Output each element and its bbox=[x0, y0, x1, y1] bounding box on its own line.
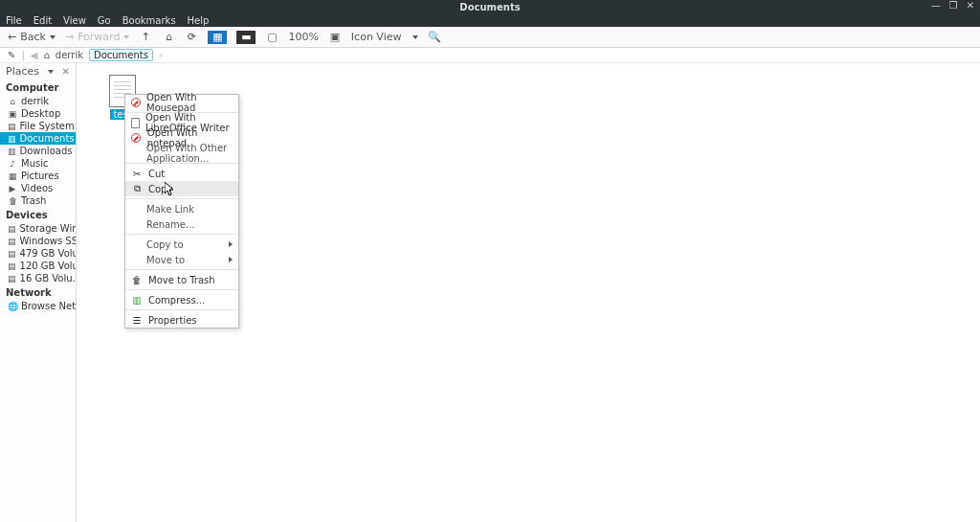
trash-icon: 🗑 bbox=[131, 274, 143, 285]
sidebar-title: Places bbox=[6, 65, 39, 78]
up-button[interactable]: ↑ bbox=[139, 31, 152, 44]
zoom-in-button[interactable]: ▣ bbox=[328, 31, 342, 44]
maximize-button[interactable]: ❐ bbox=[947, 0, 959, 11]
sidebar-item-documents[interactable]: ▥Documents bbox=[0, 132, 76, 145]
sidebar: Places ✕ Computer ⌂derrik ▣Desktop ▤File… bbox=[0, 63, 77, 522]
ctx-make-link[interactable]: Make Link bbox=[125, 201, 238, 216]
view-icons-button[interactable]: ▦ bbox=[208, 31, 227, 44]
forbid-icon bbox=[131, 132, 142, 144]
sidebar-item-music[interactable]: ♪Music bbox=[0, 157, 76, 170]
ctx-properties[interactable]: ☰Properties bbox=[125, 312, 238, 328]
copy-icon: ⧉ bbox=[131, 183, 143, 194]
menu-go[interactable]: Go bbox=[98, 15, 111, 26]
trash-icon: 🗑 bbox=[8, 196, 17, 206]
view-mode-dropdown[interactable]: Icon View bbox=[351, 31, 418, 43]
cut-icon: ✂ bbox=[131, 168, 143, 179]
ctx-copy-to[interactable]: Copy to bbox=[125, 237, 238, 252]
pictures-icon: ▦ bbox=[8, 171, 17, 181]
zoom-level[interactable]: 100% bbox=[288, 31, 318, 43]
disk-icon: ▤ bbox=[8, 274, 16, 284]
home-button[interactable]: ⌂ bbox=[162, 31, 175, 44]
sidebar-item-home[interactable]: ⌂derrik bbox=[0, 95, 76, 107]
edit-path-button[interactable]: ✎ bbox=[8, 50, 15, 60]
archive-icon: ▥ bbox=[131, 294, 143, 306]
location-bar: ✎ | ◀ ⌂ derrik Documents › bbox=[0, 48, 980, 63]
sidebar-group-network: Network bbox=[0, 284, 76, 300]
music-icon: ♪ bbox=[8, 159, 17, 169]
toolbar: ← Back → Forward ↑ ⌂ ⟳ ▦ ▬ ▢ 100% ▣ Icon… bbox=[0, 27, 980, 48]
ctx-copy[interactable]: ⧉Copy bbox=[125, 181, 238, 196]
disk-icon: ▤ bbox=[8, 224, 16, 234]
properties-icon: ☰ bbox=[131, 314, 143, 326]
ctx-move-to[interactable]: Move to bbox=[125, 252, 238, 267]
search-button[interactable]: 🔍 bbox=[428, 31, 441, 44]
path-root-icon[interactable]: ◀ bbox=[31, 50, 38, 60]
sidebar-item-trash[interactable]: 🗑Trash bbox=[0, 194, 76, 207]
window-title: Documents bbox=[459, 2, 520, 12]
menu-help[interactable]: Help bbox=[188, 15, 210, 26]
video-icon: ▶ bbox=[8, 184, 17, 193]
drive-icon: ▤ bbox=[8, 122, 16, 131]
sidebar-item-device[interactable]: ▤120 GB Volume bbox=[0, 260, 76, 272]
menu-file[interactable]: File bbox=[6, 15, 22, 26]
sidebar-item-downloads[interactable]: ▥Downloads bbox=[0, 145, 76, 157]
sidebar-item-filesystem[interactable]: ▤File System bbox=[0, 120, 76, 132]
ctx-open-mousepad[interactable]: Open With Mousepad bbox=[125, 95, 238, 110]
reload-button[interactable]: ⟳ bbox=[185, 31, 198, 44]
home-icon: ⌂ bbox=[8, 97, 17, 106]
menu-view[interactable]: View bbox=[63, 15, 86, 26]
sidebar-item-device[interactable]: ▤16 GB Volu...⏏ bbox=[0, 272, 76, 284]
back-button[interactable]: ← Back bbox=[8, 31, 56, 43]
sidebar-item-browse-network[interactable]: 🌐Browse Network bbox=[0, 300, 76, 312]
context-menu: Open With Mousepad Open With LibreOffice… bbox=[124, 94, 239, 329]
minimize-button[interactable]: — bbox=[930, 0, 942, 11]
breadcrumb-next-icon: › bbox=[159, 50, 163, 60]
close-button[interactable]: ✕ bbox=[965, 0, 976, 11]
sidebar-group-devices: Devices bbox=[0, 207, 76, 222]
ctx-rename[interactable]: Rename... bbox=[125, 216, 238, 232]
zoom-out-button[interactable]: ▢ bbox=[265, 31, 278, 44]
sidebar-item-videos[interactable]: ▶Videos bbox=[0, 182, 76, 194]
folder-icon: ▥ bbox=[8, 147, 16, 156]
document-icon bbox=[131, 117, 140, 128]
sidebar-dropdown-icon[interactable] bbox=[48, 70, 54, 74]
menu-bookmarks[interactable]: Bookmarks bbox=[122, 15, 176, 26]
ctx-cut[interactable]: ✂Cut bbox=[125, 166, 238, 181]
view-list-button[interactable]: ▬ bbox=[236, 31, 256, 44]
disk-icon: ▤ bbox=[8, 261, 16, 271]
sidebar-close-button[interactable]: ✕ bbox=[62, 66, 70, 77]
sidebar-item-device[interactable]: ▤Windows SSD sto... bbox=[0, 235, 76, 247]
sidebar-item-desktop[interactable]: ▣Desktop bbox=[0, 107, 76, 120]
menu-edit[interactable]: Edit bbox=[33, 15, 52, 26]
folder-icon: ▥ bbox=[8, 134, 16, 144]
sidebar-item-device[interactable]: ▤Storage Windows bbox=[0, 222, 76, 235]
ctx-move-to-trash[interactable]: 🗑Move to Trash bbox=[125, 272, 238, 287]
disk-icon: ▤ bbox=[8, 237, 16, 246]
sidebar-item-device[interactable]: ▤479 GB Volume bbox=[0, 247, 76, 260]
desktop-icon: ▣ bbox=[8, 109, 17, 119]
home-icon[interactable]: ⌂ bbox=[43, 50, 49, 60]
ctx-open-other[interactable]: Open With Other Application... bbox=[125, 146, 238, 161]
titlebar: Documents — ❐ ✕ bbox=[0, 0, 980, 13]
breadcrumb-user[interactable]: derrik bbox=[56, 50, 83, 60]
forbid-icon bbox=[131, 97, 141, 108]
ctx-compress[interactable]: ▥Compress... bbox=[125, 292, 238, 307]
menubar: File Edit View Go Bookmarks Help bbox=[0, 13, 980, 27]
forward-button[interactable]: → Forward bbox=[65, 31, 129, 43]
sidebar-group-computer: Computer bbox=[0, 79, 76, 95]
sidebar-item-pictures[interactable]: ▦Pictures bbox=[0, 170, 76, 182]
breadcrumb-current[interactable]: Documents bbox=[89, 49, 153, 61]
globe-icon: 🌐 bbox=[8, 302, 17, 311]
disk-icon: ▤ bbox=[8, 249, 16, 259]
